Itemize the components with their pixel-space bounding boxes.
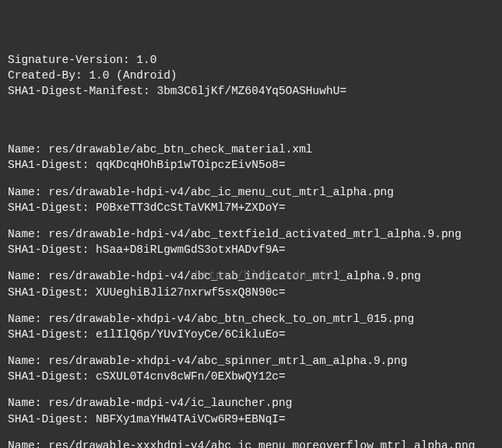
sig-version-val: 1.0 bbox=[136, 54, 156, 66]
manifest-header: Signature-Version: 1.0 Created-By: 1.0 (… bbox=[8, 37, 494, 100]
sha1-digest-manifest-key: SHA1-Digest-Manifest bbox=[8, 85, 143, 97]
entry-digest-line: SHA1-Digest: hSaa+D8iRLgwmGdS3otxHADvf9A… bbox=[8, 243, 286, 256]
sig-version-key: Signature-Version bbox=[8, 54, 123, 66]
manifest-text-block: Signature-Version: 1.0 Created-By: 1.0 (… bbox=[0, 0, 502, 448]
entry-digest-line: SHA1-Digest: XUUeghiBJli27nxrwf5sxQ8N90c… bbox=[8, 286, 286, 299]
entry-digest-line: SHA1-Digest: NBFXy1maYHW4TAiVCw6R9+EBNqI… bbox=[8, 413, 286, 425]
manifest-entry: Name: res/drawable-hdpi-v4/abc_textfield… bbox=[8, 226, 494, 258]
manifest-entry: Name: res/drawable-xhdpi-v4/abc_spinner_… bbox=[8, 353, 494, 385]
entry-digest-line: SHA1-Digest: P0BxeTT3dCcStTaVKMl7M+ZXDoY… bbox=[8, 201, 286, 214]
created-by-val: 1.0 (Android) bbox=[89, 69, 177, 82]
manifest-entry: Name: res/drawable-hdpi-v4/abc_ic_menu_c… bbox=[8, 184, 494, 216]
entry-name-line: Name: res/drawable-xxxhdpi-v4/abc_ic_men… bbox=[8, 439, 475, 448]
manifest-entry: Name: res/drawable/abc_btn_check_materia… bbox=[8, 142, 494, 173]
manifest-entry: Name: res/drawable-mdpi-v4/ic_launcher.p… bbox=[8, 395, 494, 427]
entry-name-line: Name: res/drawable-hdpi-v4/abc_textfield… bbox=[8, 228, 462, 240]
entry-digest-line: SHA1-Digest: cSXUL0T4cnv8cWFn/0EXbwQY12c… bbox=[8, 370, 286, 383]
manifest-entries: Name: res/drawable/abc_btn_check_materia… bbox=[8, 142, 494, 448]
sha1-digest-manifest-val: 3bm3C6ljKf/MZ604Yq5OASHuwhU= bbox=[156, 85, 346, 97]
entry-digest-line: SHA1-Digest: qqKDcqHOhBip1wTOipczEivN5o8… bbox=[8, 159, 286, 171]
created-by-key: Created-By bbox=[8, 69, 75, 82]
entry-name-line: Name: res/drawable-xhdpi-v4/abc_spinner_… bbox=[8, 355, 407, 367]
entry-name-line: Name: res/drawable/abc_btn_check_materia… bbox=[8, 143, 313, 156]
entry-name-line: Name: res/drawable-xhdpi-v4/abc_btn_chec… bbox=[8, 313, 414, 325]
entry-name-line: Name: res/drawable-mdpi-v4/ic_launcher.p… bbox=[8, 397, 292, 409]
manifest-entry: Name: res/drawable-xhdpi-v4/abc_btn_chec… bbox=[8, 311, 494, 343]
manifest-entry: Name: res/drawable-hdpi-v4/abc_tab_indic… bbox=[8, 268, 494, 300]
entry-name-line: Name: res/drawable-hdpi-v4/abc_tab_indic… bbox=[8, 270, 421, 282]
entry-digest-line: SHA1-Digest: e1lIlQ6p/YUvIYoyCe/6CikluEo… bbox=[8, 328, 286, 341]
entry-name-line: Name: res/drawable-hdpi-v4/abc_ic_menu_c… bbox=[8, 186, 394, 198]
manifest-entry: Name: res/drawable-xxxhdpi-v4/abc_ic_men… bbox=[8, 438, 494, 448]
